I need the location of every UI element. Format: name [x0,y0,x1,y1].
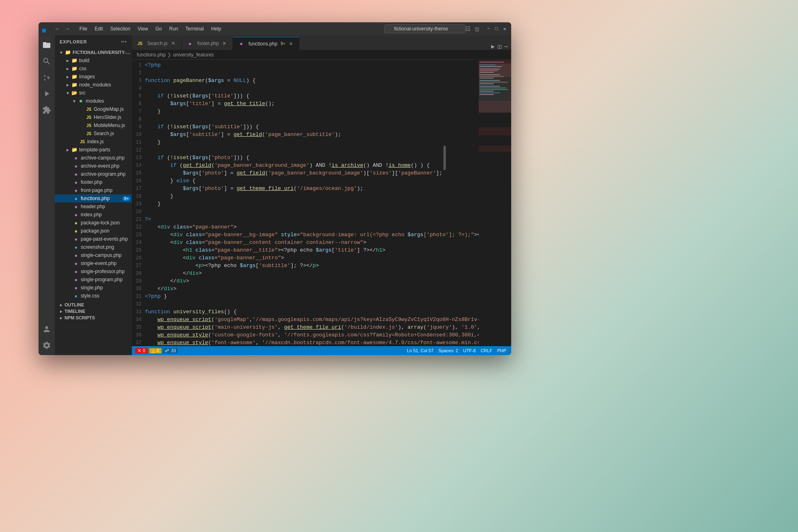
tab-searchjs-close[interactable]: ✕ [170,40,176,47]
lc-36: wp_enqueue_style('custom-google-fonts', … [145,332,479,338]
sidebar-menu-button[interactable]: ⋯ [121,39,127,45]
explorer-icon[interactable] [40,39,53,52]
tree-item-node-modules[interactable]: ► 📁 node_modules [55,81,132,89]
tab-functions-close[interactable]: ✕ [288,41,294,47]
tree-item-src[interactable]: ▼ 📂 src [55,89,132,97]
tree-item-screenshot[interactable]: ► ■ screenshot.png [55,243,132,251]
tree-item-page-past-events[interactable]: ► ■ page-past-events.php [55,235,132,243]
menu-terminal[interactable]: Terminal [182,24,207,33]
tree-item-css[interactable]: ► 📁 css [55,65,132,73]
tree-item-single[interactable]: ► ■ single.php [55,284,132,292]
menu-selection[interactable]: Selection [107,24,133,33]
ln-3: 3 [132,78,145,84]
menu-edit[interactable]: Edit [91,24,106,33]
tree-item-single-event[interactable]: ► ■ single-event.php [55,259,132,267]
code-line-15: 15 $args['photo'] = get_field('page_bann… [132,169,479,177]
tree-item-mobilemenu[interactable]: ► JS MobileMenu.js [55,121,132,129]
code-line-11: 11 } [132,138,479,146]
status-position[interactable]: Ln 51, Col 57 [405,348,435,353]
menu-go[interactable]: Go [152,24,165,33]
more-actions-button[interactable]: ⋯ [505,43,508,50]
lc-14: if (get_field('page_banner_background_im… [145,162,430,168]
screenshot-icon: ■ [73,244,79,250]
source-control-icon[interactable] [40,71,53,84]
tree-item-functions[interactable]: ► ■ functions.php 9+ [55,194,132,202]
tree-item-build[interactable]: ► 📁 build [55,56,132,65]
tree-item-timeline[interactable]: ► TIMELINE [55,308,132,314]
tree-item-outline[interactable]: ► OUTLINE [55,302,132,308]
tree-item-template-parts[interactable]: ► 📁 template-parts [55,146,132,154]
ln-8: 8 [132,116,145,122]
tree-item-searchjs[interactable]: ► JS Search.js [55,129,132,138]
tree-item-package-lock[interactable]: ► ■ package-lock.json [55,219,132,227]
tree-item-modules[interactable]: ▼ ■ modules [55,97,132,105]
tree-item-images[interactable]: ► 📁 images [55,73,132,81]
tree-item-style-css[interactable]: ► ■ style.css [55,292,132,300]
tree-item-heroslider[interactable]: ► JS HeroSlider.js [55,113,132,121]
tab-functions-dirty: 9+ [281,41,285,46]
editor-scroll[interactable]: 1 <?php 2 3 function pageBann [132,60,479,346]
error-count: 0 [143,348,145,353]
tree-item-header[interactable]: ► ■ header.php [55,202,132,211]
search-activity-icon[interactable] [40,55,53,68]
run-icon[interactable] [40,87,53,100]
settings-icon[interactable] [40,339,53,352]
tree-root[interactable]: ▼ 📁 FICTIONAL-UNIVERSITY-THEME [55,48,132,56]
breadcrumb-function[interactable]: university_features [173,52,214,58]
status-line-ending[interactable]: CRLF [479,348,494,353]
status-branch[interactable]: ☍ 33 [163,348,177,353]
tree-item-single-professor[interactable]: ► ■ single-professor.php [55,267,132,276]
tree-item-single-program[interactable]: ► ■ single-program.php [55,276,132,284]
menu-help[interactable]: Help [208,24,224,33]
tree-item-archive-program[interactable]: ► ■ archive-program.php [55,170,132,178]
forward-button[interactable]: → [63,25,71,33]
vertical-scrollbar[interactable] [443,60,446,346]
sidebar: EXPLORER ⋯ ▼ 📁 FICTIONAL-UNIVERSITY-THEM… [55,35,132,355]
googlemap-label: GoogleMap.js [94,106,132,112]
tree-item-front-page[interactable]: ► ■ front-page.php [55,186,132,194]
tab-footer[interactable]: ■ footer.php ✕ [182,37,233,50]
sidebar-title: EXPLORER [60,39,87,44]
tab-searchjs[interactable]: JS Search.js ✕ [132,37,182,50]
tree-item-indexjs[interactable]: ► JS index.js [55,138,132,146]
account-icon[interactable] [40,323,53,336]
menu-run[interactable]: Run [166,24,181,33]
tree-item-footer[interactable]: ► ■ footer.php [55,178,132,186]
menu-file[interactable]: File [76,24,90,33]
extensions-icon[interactable] [40,103,53,116]
activity-bar-bottom [40,323,53,352]
layout-icon[interactable]: ☷ [465,26,471,32]
status-encoding[interactable]: UTF-8 [461,348,477,353]
footer-label: footer.php [81,179,132,185]
status-errors[interactable]: ✕ 0 [135,348,148,353]
tree-item-single-campus[interactable]: ► ■ single-campus.php [55,251,132,259]
back-button[interactable]: ← [53,25,61,33]
tab-functions[interactable]: ■ functions.php 9+ ✕ [233,37,299,50]
error-icon: ✕ [138,348,141,353]
tab-footer-close[interactable]: ✕ [221,40,228,47]
tree-item-npm[interactable]: ► NPM SCRIPTS [55,314,132,321]
code-line-19: 19 } [132,200,479,208]
tree-item-archive-campus[interactable]: ► ■ archive-campus.php [55,154,132,162]
tree-item-indexphp[interactable]: ► ■ index.php [55,211,132,219]
run-file-button[interactable]: ▶ [491,43,495,50]
menu-view[interactable]: View [134,24,151,33]
tree-item-archive-event[interactable]: ► ■ archive-event.php [55,162,132,170]
status-spaces[interactable]: Spaces: 2 [437,348,460,353]
ln-1: 1 [132,62,145,68]
split-icon[interactable]: ◫ [475,26,479,32]
activity-bar [39,35,55,355]
minimize-button[interactable]: − [485,26,492,32]
breadcrumb-file[interactable]: functions.php [137,52,166,58]
maximize-button[interactable]: □ [493,26,500,32]
split-editor-button[interactable]: ◫ [498,43,501,50]
status-warnings[interactable]: △ 0 [149,348,161,353]
close-button[interactable]: ✕ [501,26,508,32]
tree-item-package-json[interactable]: ► ■ package.json [55,227,132,235]
code-line-26: 26 <div class="page-banner__intro"> [132,254,479,262]
code-line-27: 27 <p><?php echo $args['subtitle']; ?></… [132,262,479,269]
minimap [479,60,511,346]
tree-item-googlemap[interactable]: ► JS GoogleMap.js [55,105,132,113]
status-language[interactable]: PHP [495,348,508,353]
search-bar[interactable]: fictional-university-theme [384,24,465,33]
